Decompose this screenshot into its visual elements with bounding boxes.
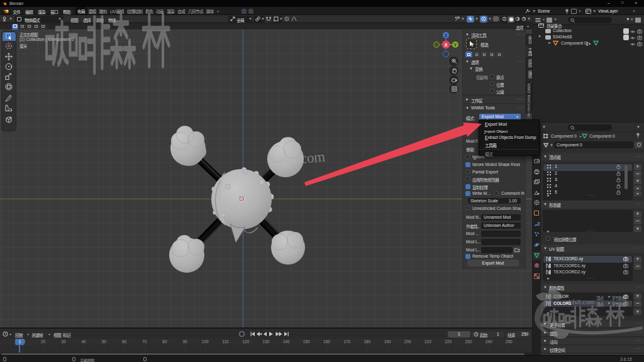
svg-text:Z: Z — [445, 33, 447, 38]
svg-text:Y: Y — [454, 43, 457, 47]
svg-text:X: X — [445, 43, 448, 47]
